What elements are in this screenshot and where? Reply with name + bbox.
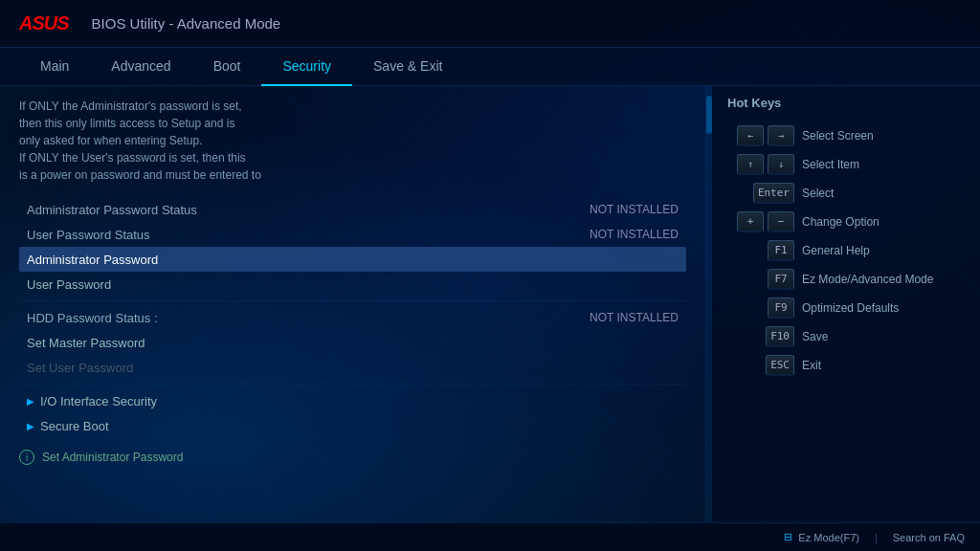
hotkey-optimized-defaults: F9 Optimized Defaults bbox=[727, 294, 965, 322]
menu-item-set-user-password: Set User Password bbox=[19, 355, 686, 380]
hotkeys-panel: Hot Keys ← → Select Screen ↑ ↓ Select It… bbox=[712, 86, 980, 522]
main-layout: If ONLY the Administrator's password is … bbox=[0, 86, 980, 522]
menu-item-hdd-password-status: HDD Password Status : NOT INSTALLED bbox=[19, 305, 686, 330]
menu-item-admin-password-status: Administrator Password Status NOT INSTAL… bbox=[19, 197, 686, 222]
menu-item-user-password[interactable]: User Password bbox=[19, 272, 686, 297]
nav-security[interactable]: Security bbox=[261, 48, 352, 86]
hotkeys-title: Hot Keys bbox=[727, 96, 965, 110]
hotkey-change-option-label: Change Option bbox=[802, 215, 880, 229]
nav-main[interactable]: Main bbox=[19, 48, 90, 86]
divider-2 bbox=[19, 384, 686, 385]
info-bar: i Set Administrator Password bbox=[19, 450, 686, 465]
ez-mode-label: Ez Mode(F7) bbox=[798, 532, 859, 543]
nav-advanced[interactable]: Advanced bbox=[90, 48, 191, 86]
key-f9: F9 bbox=[768, 298, 794, 319]
key-esc: ESC bbox=[766, 355, 794, 376]
nav-boot[interactable]: Boot bbox=[192, 48, 262, 86]
nav-save-exit[interactable]: Save & Exit bbox=[352, 48, 463, 86]
scrollbar[interactable] bbox=[706, 86, 712, 522]
key-enter: Enter bbox=[753, 183, 794, 204]
key-up: ↑ bbox=[737, 154, 764, 175]
hotkey-select-screen: ← → Select Screen bbox=[727, 121, 965, 150]
key-minus: − bbox=[768, 211, 794, 232]
info-icon: i bbox=[19, 450, 34, 465]
ez-mode-icon: ⊟ bbox=[784, 531, 792, 543]
hotkey-exit: ESC Exit bbox=[727, 351, 965, 380]
header-title: BIOS Utility - Advanced Mode bbox=[92, 15, 281, 32]
footer-search[interactable]: Search on FAQ bbox=[893, 532, 965, 543]
key-f7: F7 bbox=[768, 269, 794, 290]
hotkey-select: Enter Select bbox=[727, 179, 965, 208]
hotkey-select-label: Select bbox=[802, 187, 834, 200]
footer-ez-mode[interactable]: ⊟ Ez Mode(F7) bbox=[784, 531, 859, 543]
hotkey-change-option: + − Change Option bbox=[727, 208, 965, 236]
asus-logo: ASUS bbox=[19, 12, 69, 34]
hotkey-select-item-label: Select Item bbox=[802, 158, 859, 171]
description-text: If ONLY the Administrator's password is … bbox=[19, 98, 421, 184]
content-area: If ONLY the Administrator's password is … bbox=[0, 86, 706, 522]
search-label: Search on FAQ bbox=[893, 532, 965, 543]
navigation: Main Advanced Boot Security Save & Exit bbox=[0, 48, 980, 86]
hotkey-ez-mode-label: Ez Mode/Advanced Mode bbox=[802, 273, 933, 286]
key-f10: F10 bbox=[766, 326, 794, 347]
hotkey-exit-label: Exit bbox=[802, 359, 821, 372]
footer-divider: | bbox=[875, 532, 878, 543]
menu-item-secure-boot[interactable]: Secure Boot bbox=[19, 413, 686, 438]
header: ASUS BIOS Utility - Advanced Mode bbox=[0, 0, 980, 48]
hotkey-select-item: ↑ ↓ Select Item bbox=[727, 150, 965, 179]
hotkey-ez-mode: F7 Ez Mode/Advanced Mode bbox=[727, 265, 965, 294]
key-right: → bbox=[768, 125, 794, 146]
menu-item-administrator-password[interactable]: Administrator Password bbox=[19, 247, 686, 272]
key-left: ← bbox=[737, 125, 764, 146]
hotkey-optimized-defaults-label: Optimized Defaults bbox=[802, 301, 899, 315]
hotkey-general-help: F1 General Help bbox=[727, 236, 965, 265]
menu-item-user-password-status: User Password Status NOT INSTALLED bbox=[19, 222, 686, 247]
key-f1: F1 bbox=[768, 240, 794, 261]
info-text: Set Administrator Password bbox=[42, 451, 183, 464]
scrollbar-thumb bbox=[706, 96, 712, 134]
menu-item-set-master-password[interactable]: Set Master Password bbox=[19, 330, 686, 355]
footer: ⊟ Ez Mode(F7) | Search on FAQ bbox=[0, 522, 980, 551]
key-plus: + bbox=[737, 211, 764, 232]
hotkey-save: F10 Save bbox=[727, 322, 965, 351]
hotkey-general-help-label: General Help bbox=[802, 244, 870, 257]
key-down: ↓ bbox=[768, 154, 794, 175]
hotkey-save-label: Save bbox=[802, 330, 828, 343]
menu-item-io-interface-security[interactable]: I/O Interface Security bbox=[19, 388, 686, 413]
divider-1 bbox=[19, 300, 686, 301]
hotkey-select-screen-label: Select Screen bbox=[802, 129, 874, 143]
